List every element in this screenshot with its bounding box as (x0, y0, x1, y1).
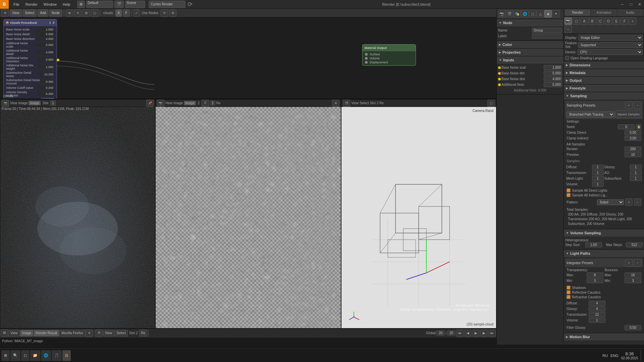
bb-img-icon[interactable]: 🖼 (1, 329, 8, 337)
freestyle-header[interactable]: ▶ Freestyle (564, 84, 644, 92)
vp2-f[interactable]: F (202, 100, 209, 107)
ri-a[interactable]: A (581, 17, 588, 25)
vp3-icon[interactable]: 🎬 (343, 100, 350, 107)
bb-3d-view[interactable]: View (103, 330, 114, 337)
vp2-cancel[interactable]: ✕ (332, 100, 339, 107)
layout-select[interactable]: Default (86, 1, 113, 8)
seed-value[interactable]: 0 (618, 124, 635, 129)
sample-direct-label[interactable]: ✓ Sample All Direct Lights (567, 188, 641, 192)
preview-value[interactable]: 10 (625, 152, 641, 157)
open-shading-checkbox[interactable] (565, 56, 569, 60)
ri-render[interactable]: ◻ (573, 17, 580, 25)
node-menu-view[interactable]: View (10, 9, 22, 17)
minimize-btn[interactable]: ─ (618, 0, 627, 9)
blender-btn[interactable]: B (62, 350, 71, 361)
motion-blur-header[interactable]: ▶ Motion Blur (564, 333, 644, 341)
bb-3d-icon[interactable]: 🎬 (95, 329, 103, 337)
clamp-indirect-value[interactable]: 3.00 (625, 136, 641, 141)
step-size-value[interactable]: 1.00 (585, 242, 602, 247)
ri-c[interactable]: C (597, 17, 604, 25)
pattern-plus[interactable]: + (625, 198, 633, 206)
clouds-procedural-node[interactable]: 📦 Clouds Procedural 3 F Base Noise scale… (3, 19, 57, 99)
bb-view[interactable]: View (8, 330, 20, 337)
sample-indirect-cb[interactable]: ✓ (567, 193, 571, 197)
pi-mesh[interactable]: △ (537, 10, 544, 17)
feature-set-select[interactable]: Supported (578, 42, 643, 48)
node-slot[interactable]: 4 (115, 9, 122, 17)
socket-displacement[interactable] (365, 61, 368, 64)
viewport1[interactable]: 📷 View Image Image Slot 1 📌 Frame:20 | T… (0, 99, 155, 328)
sampling-presets-add[interactable]: + (625, 102, 633, 109)
bb-play[interactable]: ▶ (472, 329, 480, 337)
menu-file[interactable]: File (11, 1, 22, 7)
branched-sq-samples[interactable]: Square Samples (615, 111, 641, 118)
bounce-max-val[interactable]: 16 (625, 273, 641, 278)
ri-f[interactable]: F (621, 17, 628, 25)
light-paths-header[interactable]: ▼ Light Paths (564, 250, 644, 257)
bb-re[interactable]: Re (139, 330, 148, 337)
inputs-header[interactable]: ▼ Inputs (497, 56, 564, 64)
socket-out[interactable] (57, 59, 59, 61)
bb-browser[interactable]: Mozilla Firefox (59, 330, 85, 337)
shadows-cb[interactable]: ✓ (567, 286, 571, 290)
scene-btn[interactable]: 🎬 (114, 1, 124, 8)
node-label-input[interactable] (532, 34, 562, 39)
vp2-view[interactable]: View (165, 101, 173, 105)
filter-glossy-val[interactable]: 0.50 (625, 325, 641, 330)
refr-caustics-cb[interactable]: ✓ (567, 295, 571, 299)
pi-world[interactable]: 🌐 (521, 10, 529, 17)
ri-camera[interactable]: 📷 (565, 17, 572, 25)
seed-lock[interactable]: 🔒 (636, 124, 641, 129)
vol-bounce-val[interactable]: 1 (589, 318, 605, 323)
viewport2[interactable]: 📷 View Image Image 2 F 2 Re ✕ Frame:20 |… (155, 99, 341, 328)
trans-min-val[interactable]: 3 (587, 278, 603, 283)
ri-d[interactable]: D (605, 17, 612, 25)
task-view-btn[interactable]: ◻ (21, 350, 30, 361)
metadata-header[interactable]: ▶ Metadata (564, 69, 644, 76)
bounce-min-val[interactable]: 3 (625, 278, 641, 283)
bb-frame[interactable]: 20 (436, 330, 445, 336)
node-icon1[interactable]: ⊕ (66, 9, 73, 17)
node-refresh[interactable]: ⟳ (161, 9, 168, 17)
search-btn[interactable]: 🔍 (10, 350, 20, 361)
vp2-slot2[interactable]: 2 (210, 101, 215, 106)
pattern-select[interactable]: Sobol (597, 199, 624, 205)
sample-indirect-label[interactable]: ✓ Sample All Indirect Lig... (567, 193, 641, 197)
node-section-header[interactable]: ▼ Node (497, 19, 564, 26)
vp1-icon[interactable]: 📷 (2, 100, 9, 107)
menu-render[interactable]: Render (23, 1, 40, 7)
bb-play-start[interactable]: ⏮ (456, 329, 464, 337)
output-header[interactable]: ▶ Output (564, 77, 644, 84)
pattern-minus[interactable]: − (634, 198, 641, 206)
pi-camera[interactable]: 📷 (498, 10, 505, 17)
pi-material[interactable]: ◆ (544, 10, 552, 17)
vp3-icon2[interactable]: ◻ (487, 100, 495, 107)
bb-next[interactable]: ▶ (480, 329, 488, 337)
vp3-re[interactable]: Re (379, 101, 384, 105)
bb-3d-select[interactable]: Select (114, 330, 128, 337)
ri-e[interactable]: E (613, 17, 620, 25)
pi-particles[interactable]: ✦ (552, 10, 559, 17)
media-btn[interactable]: 🎵 (52, 350, 62, 361)
maximize-btn[interactable]: □ (627, 0, 635, 9)
node-f-btn[interactable]: F (123, 9, 129, 17)
refl-caustics-cb[interactable]: ✓ (567, 290, 571, 294)
browser-btn[interactable]: 🌐 (41, 350, 51, 361)
open-shading-label[interactable]: Open Shading Language (565, 56, 643, 60)
sampling-header[interactable]: ▼ Sampling (564, 92, 644, 100)
node-icon3[interactable]: ⊞ (83, 9, 90, 17)
dimensions-header[interactable]: ▶ Dimensions (564, 61, 644, 69)
use-nodes-toggle[interactable]: ✓ (133, 9, 140, 17)
socket-surface[interactable] (365, 53, 368, 56)
show-desktop-btn[interactable] (641, 350, 643, 361)
device-select[interactable]: CPU (578, 49, 643, 55)
node-menu-node[interactable]: Node (49, 9, 62, 17)
sampling-presets-remove[interactable]: − (634, 102, 641, 109)
node-view-btn[interactable]: 👁 (1, 9, 9, 17)
integrator-remove[interactable]: − (634, 259, 641, 266)
node-menu-select[interactable]: Select (23, 9, 37, 17)
vp1-view[interactable]: View (10, 101, 17, 105)
clamp-direct-value[interactable]: 0.00 (625, 130, 641, 135)
shadows-label[interactable]: ✓ Shadows (567, 286, 641, 290)
bb-close-tab[interactable]: ✕ (86, 329, 93, 337)
